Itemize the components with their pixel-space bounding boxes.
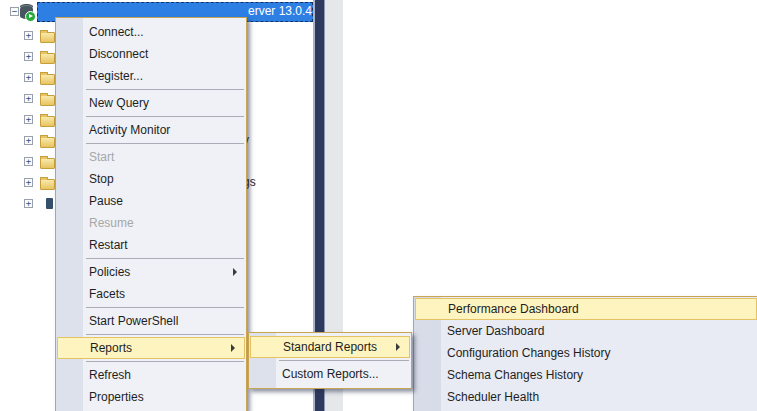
menu-item-pause[interactable]: Pause xyxy=(56,190,246,212)
menu-item-activity-monitor[interactable]: Activity Monitor xyxy=(56,119,246,141)
folder-icon xyxy=(40,95,55,106)
menu-separator xyxy=(86,89,244,90)
expand-icon[interactable]: + xyxy=(24,52,33,61)
menu-separator xyxy=(86,258,244,259)
menu-item-resume: Resume xyxy=(56,212,246,234)
menu-item-performance-dashboard[interactable]: Performance Dashboard xyxy=(415,298,757,320)
collapse-icon[interactable]: − xyxy=(10,7,19,16)
folder-icon xyxy=(40,32,55,43)
menu-item-standard-reports[interactable]: Standard Reports xyxy=(250,336,410,358)
folder-icon xyxy=(40,158,55,169)
folder-icon xyxy=(40,179,55,190)
menu-item-start-powershell[interactable]: Start PowerShell xyxy=(56,310,246,332)
menu-item-label: Reports xyxy=(90,341,132,355)
menu-item-schema-changes-history[interactable]: Schema Changes History xyxy=(414,364,757,386)
menu-item-server-dashboard[interactable]: Server Dashboard xyxy=(414,320,757,342)
connected-badge-icon xyxy=(25,11,36,22)
reports-submenu: Standard Reports Custom Reports... xyxy=(248,332,412,389)
menu-item-disconnect[interactable]: Disconnect xyxy=(56,43,246,65)
menu-separator xyxy=(86,307,244,308)
menu-separator xyxy=(86,143,244,144)
server-database-icon xyxy=(20,4,35,21)
server-label-fragment: erver 13.0.4 xyxy=(248,4,312,18)
menu-separator xyxy=(279,360,409,361)
menu-item-facets[interactable]: Facets xyxy=(56,283,246,305)
expand-icon[interactable]: + xyxy=(24,31,33,40)
menu-item-connect[interactable]: Connect... xyxy=(56,21,246,43)
menu-item-restart[interactable]: Restart xyxy=(56,234,246,256)
expand-icon[interactable]: + xyxy=(24,178,33,187)
menu-item-register[interactable]: Register... xyxy=(56,65,246,87)
menu-separator xyxy=(86,334,244,335)
folder-icon xyxy=(40,116,55,127)
standard-reports-submenu: Performance Dashboard Server Dashboard C… xyxy=(413,296,757,411)
menu-item-stop[interactable]: Stop xyxy=(56,168,246,190)
folder-icon xyxy=(40,74,55,85)
expand-icon[interactable]: + xyxy=(24,73,33,82)
ssms-object-explorer-screen: − erver 13.0.4 + + + + + xyxy=(0,0,757,411)
expand-icon[interactable]: + xyxy=(24,199,33,208)
submenu-arrow-icon xyxy=(396,343,400,351)
server-context-menu: Connect... Disconnect Register... New Qu… xyxy=(55,17,247,411)
menu-item-configuration-changes-history[interactable]: Configuration Changes History xyxy=(414,342,757,364)
menu-item-start: Start xyxy=(56,146,246,168)
menu-item-properties[interactable]: Properties xyxy=(56,386,246,408)
folder-icon xyxy=(40,137,55,148)
folder-icon xyxy=(40,53,55,64)
menu-item-policies[interactable]: Policies xyxy=(56,261,246,283)
sql-agent-icon xyxy=(46,198,53,209)
expand-icon[interactable]: + xyxy=(24,157,33,166)
menu-item-refresh[interactable]: Refresh xyxy=(56,364,246,386)
expand-icon[interactable]: + xyxy=(24,115,33,124)
menu-separator xyxy=(86,116,244,117)
menu-item-new-query[interactable]: New Query xyxy=(56,92,246,114)
menu-item-label: Policies xyxy=(89,265,130,279)
submenu-arrow-icon xyxy=(231,344,235,352)
menu-item-label: Standard Reports xyxy=(283,340,377,354)
submenu-arrow-icon xyxy=(233,268,237,276)
menu-item-custom-reports[interactable]: Custom Reports... xyxy=(249,363,411,385)
expand-icon[interactable]: + xyxy=(24,136,33,145)
menu-item-reports[interactable]: Reports xyxy=(57,337,245,359)
menu-item-scheduler-health[interactable]: Scheduler Health xyxy=(414,386,757,408)
menu-separator xyxy=(86,361,244,362)
expand-icon[interactable]: + xyxy=(24,94,33,103)
